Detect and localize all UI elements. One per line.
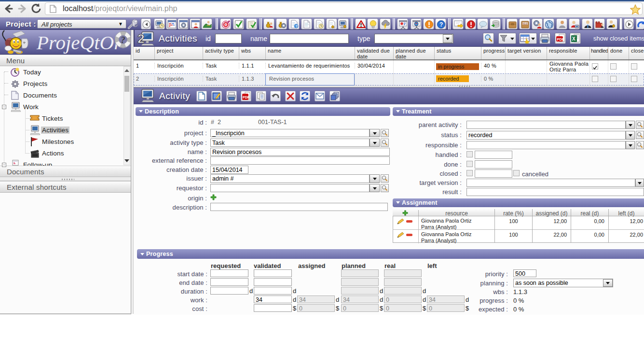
svg-text:PDF: PDF [243,96,250,99]
svg-text:PDF: PDF [557,37,564,42]
svg-text:?: ? [439,21,443,28]
svg-text:V1.0: V1.0 [523,23,528,25]
svg-text:X: X [572,36,575,42]
svg-text:?: ? [295,24,298,28]
svg-text:?: ? [121,35,125,45]
svg-text:2: 2 [137,31,144,46]
